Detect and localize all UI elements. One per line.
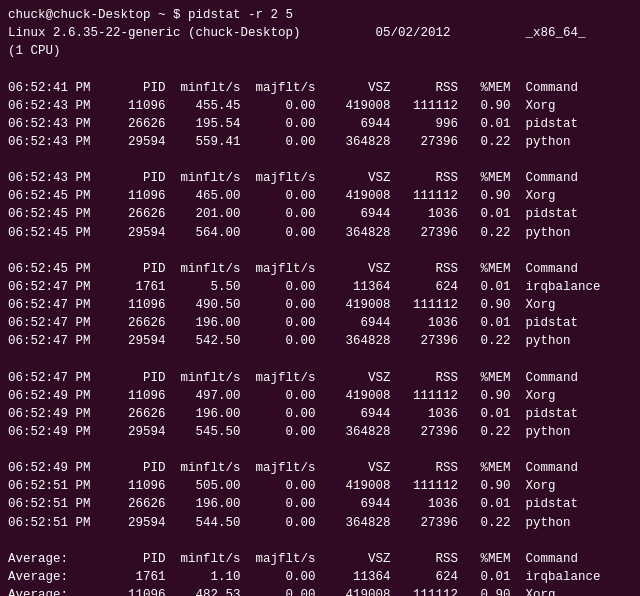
terminal-output: chuck@chuck-Desktop ~ $ pidstat -r 2 5 L… (8, 6, 632, 596)
